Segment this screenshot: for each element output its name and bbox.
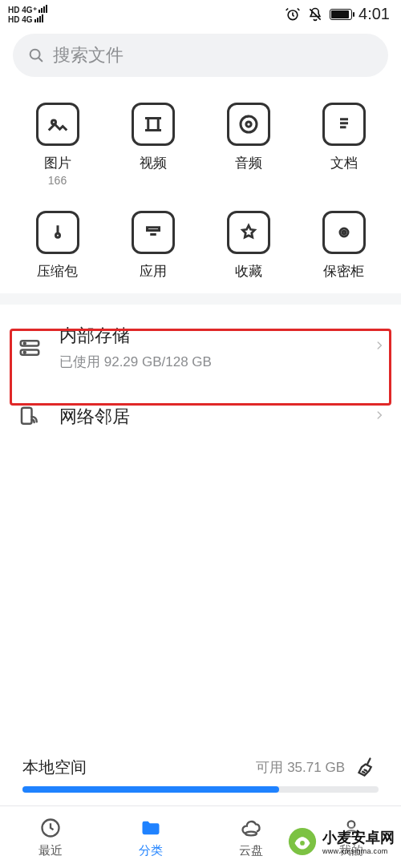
search-icon	[27, 46, 45, 64]
internal-storage-title: 内部存储	[59, 324, 358, 348]
mute-icon	[307, 6, 323, 22]
status-bar: HD 4G⁺ HD 4G 4:01	[0, 0, 401, 29]
battery-icon	[330, 9, 352, 20]
category-grid: 图片 166 视频 音频 文档 压缩包 应用 收藏	[0, 87, 401, 293]
svg-point-4	[245, 122, 250, 127]
internal-storage-row[interactable]: 内部存储 已使用 92.29 GB/128 GB	[0, 305, 401, 390]
star-icon	[227, 211, 270, 254]
network-icon	[16, 405, 43, 429]
svg-point-15	[347, 821, 354, 828]
image-icon	[36, 103, 79, 146]
chevron-right-icon	[374, 337, 385, 358]
nav-category[interactable]: 分类	[100, 806, 200, 868]
svg-point-14	[245, 832, 257, 836]
signal-bars-icon	[34, 14, 43, 22]
internal-storage-usage: 已使用 92.29 GB/128 GB	[59, 353, 358, 371]
category-safe[interactable]: 保密柜	[296, 211, 391, 281]
network-indicator: HD 4G⁺ HD 4G	[8, 5, 47, 24]
chevron-right-icon	[374, 406, 385, 428]
bottom-nav: 最近 分类 云盘 我的	[0, 805, 401, 868]
app-icon	[132, 211, 175, 254]
clock-icon	[39, 816, 62, 840]
video-icon	[132, 103, 175, 146]
person-icon	[341, 816, 362, 840]
svg-point-5	[55, 233, 59, 237]
category-archives[interactable]: 压缩包	[10, 211, 105, 281]
svg-point-3	[241, 116, 257, 132]
category-audio[interactable]: 音频	[200, 103, 296, 187]
folder-icon	[140, 816, 162, 840]
storage-progress-bar	[22, 786, 379, 793]
category-videos[interactable]: 视频	[105, 103, 200, 187]
storage-summary: 本地空间 可用 35.71 GB	[0, 756, 401, 802]
category-apps[interactable]: 应用	[105, 211, 200, 281]
local-space-label: 本地空间	[22, 757, 87, 778]
svg-rect-12	[22, 408, 32, 424]
network-neighbor-title: 网络邻居	[59, 405, 358, 429]
clock-time: 4:01	[358, 5, 390, 23]
category-images[interactable]: 图片 166	[10, 103, 105, 187]
cloud-icon	[239, 816, 263, 840]
status-right: 4:01	[285, 5, 390, 23]
safe-icon	[322, 211, 366, 254]
broom-icon[interactable]	[356, 756, 379, 778]
nav-cloud[interactable]: 云盘	[200, 806, 301, 868]
svg-point-11	[24, 351, 26, 353]
svg-point-7	[342, 231, 346, 234]
status-left: HD 4G⁺ HD 4G	[8, 5, 47, 24]
search-placeholder: 搜索文件	[53, 43, 124, 67]
audio-icon	[227, 103, 270, 146]
search-input[interactable]: 搜索文件	[13, 34, 388, 77]
archive-icon	[36, 211, 79, 254]
document-icon	[322, 103, 366, 146]
alarm-icon	[285, 6, 301, 22]
svg-point-10	[24, 342, 26, 344]
signal-bars-icon	[38, 5, 47, 13]
nav-recent[interactable]: 最近	[0, 806, 100, 868]
nav-me[interactable]: 我的	[301, 806, 401, 868]
section-divider	[0, 293, 401, 305]
storage-icon	[16, 336, 43, 360]
network-neighbor-row[interactable]: 网络邻居	[0, 390, 401, 443]
category-docs[interactable]: 文档	[296, 103, 391, 187]
category-favorites[interactable]: 收藏	[200, 211, 296, 281]
available-space: 可用 35.71 GB	[256, 758, 345, 777]
svg-point-6	[340, 228, 348, 236]
